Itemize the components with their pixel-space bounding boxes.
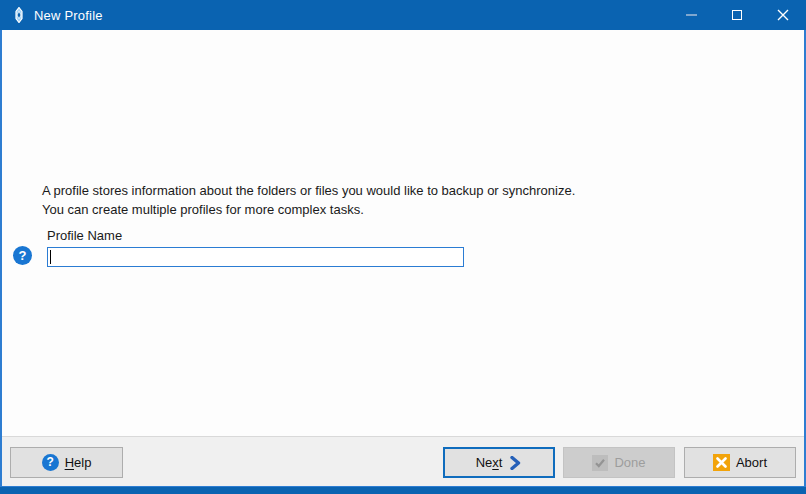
abort-button-label: Abort [736,455,767,470]
abort-x-icon [713,454,730,471]
field-help-icon[interactable]: ? [13,246,32,265]
profile-name-input[interactable] [47,247,464,267]
next-button-label: Next [476,455,503,470]
profile-name-label: Profile Name [47,228,122,243]
minimize-button [668,0,714,30]
help-button-label: Help [65,455,92,470]
app-icon [11,7,27,23]
help-button[interactable]: ? Help [10,447,123,478]
maximize-icon [732,10,742,20]
new-profile-dialog: New Profile A profile stores information… [0,0,806,494]
close-icon [777,9,789,21]
help-question-icon: ? [42,454,59,471]
chevron-right-icon [508,456,522,470]
footer-bar: ? Help Next Done Abort [2,437,804,486]
description-line-1: A profile stores information about the f… [42,182,782,201]
close-button[interactable] [760,0,806,30]
done-button-label: Done [614,455,645,470]
description-line-2: You can create multiple profiles for mor… [42,201,782,220]
content-area: A profile stores information about the f… [2,30,804,436]
profile-description: A profile stores information about the f… [42,182,782,219]
bottom-accent-strip [0,486,806,494]
window-controls [668,0,806,30]
done-button: Done [563,447,675,478]
titlebar: New Profile [0,0,806,30]
text-caret [50,250,51,264]
maximize-button[interactable] [714,0,760,30]
checkmark-icon [592,455,608,471]
window-title: New Profile [34,8,103,23]
abort-button[interactable]: Abort [684,447,796,478]
minimize-icon [686,14,697,16]
next-button[interactable]: Next [443,447,555,478]
